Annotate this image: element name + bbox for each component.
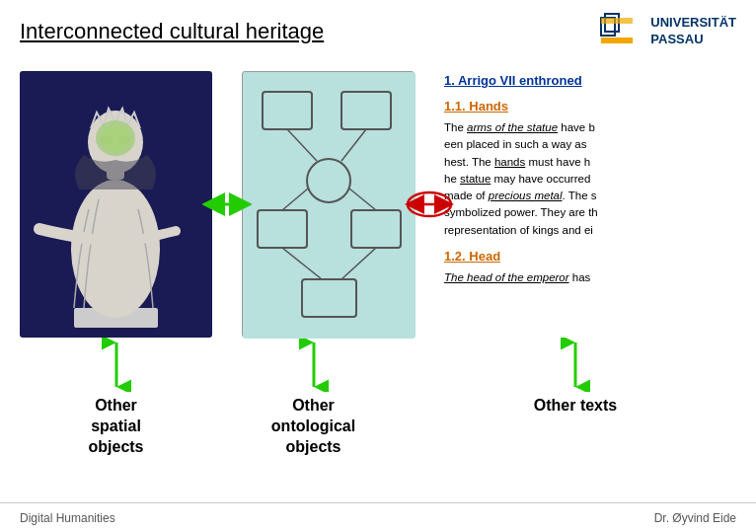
text-item11-body: The arms of the statue have b een placed… bbox=[444, 119, 736, 239]
ontology-column bbox=[242, 71, 415, 338]
label-col-3: Other texts bbox=[415, 338, 736, 417]
statue-column bbox=[20, 71, 212, 338]
label-3: Other texts bbox=[534, 396, 617, 417]
university-logo-icon bbox=[591, 10, 643, 53]
link-arms: arms of the statue bbox=[467, 121, 558, 133]
h-arrow-2-icon bbox=[405, 190, 454, 219]
svg-rect-2 bbox=[601, 38, 633, 43]
label-2: Other ontological objects bbox=[271, 396, 355, 457]
link-head: The head of the emperor bbox=[444, 271, 569, 283]
v-arrow-2-icon bbox=[299, 338, 329, 392]
text-content-area: 1. Arrigo VII enthroned 1.1. Hands The a… bbox=[444, 71, 736, 338]
logo-text: UNIVERSITÄT PASSAU bbox=[650, 15, 736, 48]
link-hands: hands bbox=[494, 156, 525, 168]
labels-row: Other spatial objects Other bbox=[20, 338, 736, 457]
text-item1-title: 1. Arrigo VII enthroned bbox=[444, 71, 736, 91]
footer: Digital Humanities Dr. Øyvind Eide bbox=[0, 502, 756, 532]
logo-area: UNIVERSITÄT PASSAU bbox=[591, 10, 736, 53]
main-content: 1. Arrigo VII enthroned 1.1. Hands The a… bbox=[0, 61, 756, 532]
link-statue: statue bbox=[460, 173, 491, 185]
text-item12-body: The head of the emperor has bbox=[444, 269, 736, 286]
footer-left: Digital Humanities bbox=[20, 511, 115, 525]
page-title: Interconnected cultural heritage bbox=[20, 19, 324, 44]
statue-svg bbox=[20, 71, 212, 338]
header: Interconnected cultural heritage UNIVERS… bbox=[0, 0, 756, 61]
v-arrow-3-icon bbox=[561, 338, 590, 392]
three-columns: 1. Arrigo VII enthroned 1.1. Hands The a… bbox=[20, 71, 736, 338]
svg-rect-13 bbox=[243, 72, 416, 339]
v-arrow-1-icon bbox=[102, 338, 131, 392]
label-col-1: Other spatial objects bbox=[20, 338, 212, 457]
link-precious: precious metal bbox=[489, 190, 563, 201]
label-col-2: Other ontological objects bbox=[227, 338, 400, 457]
statue-image bbox=[20, 71, 212, 338]
text-item12-title: 1.2. Head bbox=[444, 247, 736, 266]
text-item11-title: 1.1. Hands bbox=[444, 97, 736, 116]
svg-rect-3 bbox=[601, 18, 633, 24]
text-column: 1. Arrigo VII enthroned 1.1. Hands The a… bbox=[444, 71, 736, 338]
ontology-svg bbox=[243, 72, 416, 339]
footer-right: Dr. Øyvind Eide bbox=[654, 511, 736, 525]
svg-point-11 bbox=[102, 126, 129, 150]
h-arrow-1-icon bbox=[202, 190, 252, 219]
label-1: Other spatial objects bbox=[88, 396, 143, 457]
ontology-image bbox=[242, 71, 415, 338]
